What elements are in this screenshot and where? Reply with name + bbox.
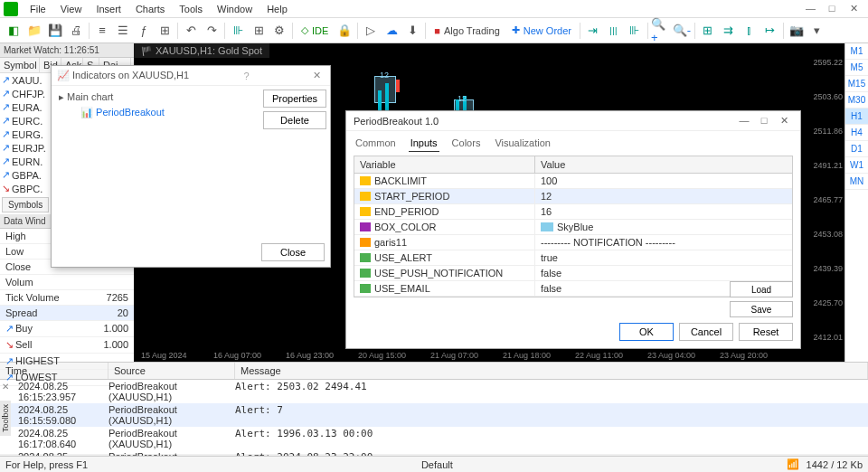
tab-common[interactable]: Common xyxy=(354,135,398,152)
status-mode: Default xyxy=(88,459,787,470)
toolbox-panel: Time Source Message ✕ 2024.08.25 16:15:2… xyxy=(0,362,868,454)
fx-icon[interactable]: ƒ xyxy=(134,21,154,41)
input-row[interactable]: END_PERIOD 16 xyxy=(354,204,792,220)
menu-help[interactable]: Help xyxy=(260,2,294,16)
periodbreakout-title: PeriodBreakout 1.0 xyxy=(354,116,439,127)
tile-icon[interactable]: ⊞ xyxy=(698,21,718,41)
timeframe-M5[interactable]: M5 xyxy=(845,60,868,76)
input-row[interactable]: garis11 --------- NOTIFICATION --------- xyxy=(354,235,792,250)
save-icon[interactable]: 💾 xyxy=(45,21,65,41)
save-button[interactable]: Save xyxy=(730,301,793,317)
input-row[interactable]: USE_ALERT true xyxy=(354,250,792,266)
ohlc-icon[interactable]: ⊪ xyxy=(625,21,645,41)
layers-icon[interactable]: ≡ xyxy=(92,21,112,41)
data-row: Tick Volume7265 xyxy=(0,290,134,306)
grid-icon[interactable]: ⊞ xyxy=(249,21,269,41)
help-icon[interactable]: ? xyxy=(243,71,249,81)
list-icon[interactable]: ☰ xyxy=(113,21,133,41)
download-icon[interactable]: ⬇ xyxy=(402,21,422,41)
menu-tools[interactable]: Tools xyxy=(173,2,209,16)
tab-inputs[interactable]: Inputs xyxy=(409,135,439,152)
symbols-tab[interactable]: Symbols xyxy=(2,197,49,212)
time-label: 21 Aug 07:00 xyxy=(430,351,478,360)
cancel-button[interactable]: Cancel xyxy=(679,323,733,341)
lock-icon[interactable]: 🔒 xyxy=(335,21,354,41)
tree-main-chart[interactable]: ▸ Main chart xyxy=(59,90,252,105)
cloud-icon[interactable]: ☁ xyxy=(382,21,401,41)
log-row[interactable]: 2024.08.25 16:15:23.957PeriodBreakout (X… xyxy=(0,380,868,403)
close-log-icon[interactable]: ✕ xyxy=(2,382,9,392)
settings-icon[interactable]: ⚙ xyxy=(269,21,289,41)
autoscroll-icon[interactable]: ⇉ xyxy=(719,21,739,41)
price-label: 2511.86 xyxy=(813,127,843,136)
reset-button[interactable]: Reset xyxy=(739,323,793,341)
dialog-maximize-icon[interactable]: □ xyxy=(755,115,773,127)
folder-icon[interactable]: 📁 xyxy=(24,21,44,41)
new-chart-icon[interactable]: ◧ xyxy=(4,21,24,41)
window-minimize-icon[interactable]: — xyxy=(799,1,821,16)
candles-icon[interactable]: ⊪ xyxy=(228,21,248,41)
input-row[interactable]: BACKLIMIT 100 xyxy=(354,174,792,189)
timeframe-H4[interactable]: H4 xyxy=(845,125,868,141)
price-label: 2412.01 xyxy=(813,333,843,342)
data-row: ↗Buy1.000 xyxy=(0,321,134,337)
status-bar: For Help, press F1 Default 📶 1442 / 12 K… xyxy=(0,456,868,472)
window-maximize-icon[interactable]: □ xyxy=(821,1,843,16)
log-row[interactable]: 2024.08.25 16:17:08.640PeriodBreakout (X… xyxy=(0,427,868,450)
ok-button[interactable]: OK xyxy=(619,323,674,341)
delete-button[interactable]: Delete xyxy=(263,111,326,129)
window-close-icon[interactable]: ✕ xyxy=(843,1,864,16)
bool-type-icon xyxy=(360,269,371,278)
indicators-tree[interactable]: ▸ Main chart 📊 PeriodBreakout xyxy=(52,86,259,249)
input-row[interactable]: BOX_COLOR SkyBlue xyxy=(354,220,792,235)
log-row[interactable]: 2024.08.25 16:15:59.080PeriodBreakout (X… xyxy=(0,403,868,427)
timeframe-D1[interactable]: D1 xyxy=(845,141,868,157)
undo-icon[interactable]: ↶ xyxy=(181,21,201,41)
properties-button[interactable]: Properties xyxy=(263,90,326,108)
timeframe-M15[interactable]: M15 xyxy=(845,76,868,92)
tab-visualization[interactable]: Visualization xyxy=(493,135,552,152)
price-label: 2503.60 xyxy=(813,92,843,101)
input-row[interactable]: USE_PUSH_NOTIFICATION false xyxy=(354,266,792,281)
camera-icon[interactable]: 📷 xyxy=(787,21,807,41)
menu-bar: File View Insert Charts Tools Window Hel… xyxy=(0,0,868,18)
step-icon[interactable]: ↦ xyxy=(760,21,780,41)
ide-button[interactable]: ◇ IDE xyxy=(296,24,334,36)
dialog-minimize-icon[interactable]: — xyxy=(735,115,753,127)
new-order-button[interactable]: ✚ New Order xyxy=(506,24,577,36)
time-label: 21 Aug 18:00 xyxy=(503,351,551,360)
zoom-out-icon[interactable]: 🔍- xyxy=(672,21,692,41)
menu-view[interactable]: View xyxy=(54,2,89,16)
close-icon[interactable]: ✕ xyxy=(309,70,325,81)
dialog-close-icon[interactable]: ✕ xyxy=(775,115,793,127)
menu-insert[interactable]: Insert xyxy=(90,2,127,16)
bars-icon[interactable]: ⫼ xyxy=(604,21,624,41)
timeframe-H1[interactable]: H1 xyxy=(845,109,868,125)
timeframe-M1[interactable]: M1 xyxy=(845,43,868,60)
tab-colors[interactable]: Colors xyxy=(450,135,483,152)
menu-window[interactable]: Window xyxy=(211,2,259,16)
timeframe-W1[interactable]: W1 xyxy=(845,157,868,174)
chart-shift-icon[interactable]: ⇥ xyxy=(583,21,603,41)
shift-end-icon[interactable]: ⫿ xyxy=(740,21,760,41)
redo-icon[interactable]: ↷ xyxy=(202,21,222,41)
tree-indicator-item[interactable]: 📊 PeriodBreakout xyxy=(59,105,252,120)
dropdown-icon[interactable]: ▾ xyxy=(807,21,827,41)
navigator-icon[interactable]: ⊞ xyxy=(155,21,175,41)
menu-charts[interactable]: Charts xyxy=(129,2,171,16)
timeframe-M30[interactable]: M30 xyxy=(845,92,868,109)
close-button[interactable]: Close xyxy=(261,243,325,261)
col-type-icon xyxy=(360,222,371,231)
input-row[interactable]: USE_EMAIL false xyxy=(354,281,792,297)
menu-file[interactable]: File xyxy=(24,2,52,16)
algo-trading-button[interactable]: ■ Algo Trading xyxy=(429,25,505,36)
print-icon[interactable]: 🖨 xyxy=(66,21,86,41)
price-label: 2425.70 xyxy=(813,298,843,307)
play-icon[interactable]: ▷ xyxy=(361,21,381,41)
load-button[interactable]: Load xyxy=(730,281,793,297)
chart-tab[interactable]: 🏴 XAUUSD,H1: Gold Spot xyxy=(134,43,269,58)
input-row[interactable]: START_PERIOD 12 xyxy=(354,189,792,204)
col-message: Message xyxy=(235,363,868,379)
zoom-in-icon[interactable]: 🔍+ xyxy=(651,21,671,41)
timeframe-MN[interactable]: MN xyxy=(845,174,868,190)
